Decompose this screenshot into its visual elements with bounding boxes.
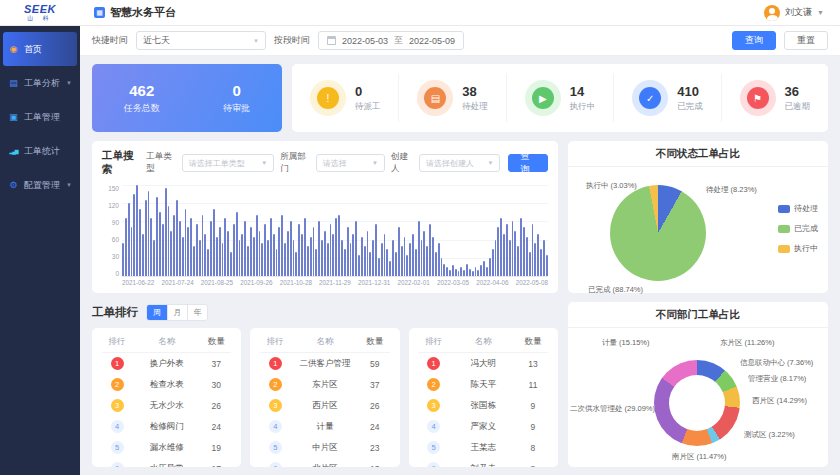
rank-medal-icon: 4 (427, 420, 440, 433)
bar (350, 243, 352, 276)
bar (153, 240, 155, 276)
bar (213, 209, 215, 276)
logo-text: SEEK (24, 3, 56, 15)
sidebar-item-order-statistics[interactable]: ▂▄▆工单统计 (0, 134, 80, 168)
bar (475, 267, 477, 276)
row-value: 26 (201, 401, 231, 411)
sidebar-item-order-management[interactable]: ▣工单管理 (0, 100, 80, 134)
order-type-placeholder: 请选择工单类型 (189, 158, 245, 169)
bar (145, 200, 147, 276)
bar (182, 237, 184, 276)
row-value: 24 (360, 422, 390, 432)
calendar-icon (327, 36, 336, 45)
bar (364, 246, 366, 276)
donut-label: 测试区 (3.22%) (744, 430, 795, 440)
rank-medal-icon: 5 (269, 441, 282, 454)
row-name: 二供客户管理 (290, 358, 359, 370)
bar (477, 270, 479, 276)
logo: SEEK 山 科 (0, 4, 80, 21)
row-value: 13 (518, 359, 548, 369)
ranking-tab-月[interactable]: 月 (167, 305, 187, 320)
rank-medal-icon: 6 (269, 462, 282, 467)
bar (156, 197, 158, 276)
row-name: 王某志 (449, 442, 518, 454)
total-tasks-card: 462 任务总数 0 待审批 (92, 64, 282, 132)
ranking-tab-周[interactable]: 周 (147, 305, 167, 320)
chevron-down-icon: ▼ (817, 9, 824, 16)
bar (315, 249, 317, 276)
ranking-table: 排行名称数量1冯大明132陈天平113张国栋94严家义95王某志86刘乃夫87钱… (409, 328, 558, 467)
bar (128, 203, 130, 276)
bar (304, 218, 306, 276)
sidebar-item-config-management[interactable]: ⚙配置管理▼ (0, 168, 80, 202)
rank-medal-icon: 5 (427, 441, 440, 454)
rank-medal-icon: 6 (111, 462, 124, 467)
date-start[interactable]: 2022-05-03 (342, 36, 388, 46)
bar (418, 221, 420, 276)
stat-label: 待处理 (462, 101, 488, 113)
order-type-select[interactable]: 请选择工单类型 ▼ (182, 154, 275, 172)
bar (369, 252, 371, 276)
user-menu[interactable]: 刘文谦 ▼ (764, 5, 840, 21)
rank-medal-icon: 3 (269, 399, 282, 412)
x-tick: 2021-10-28 (280, 279, 312, 289)
department-select[interactable]: 请选择 ▼ (316, 154, 385, 172)
bar (514, 231, 516, 277)
row-name: 检查水表 (132, 379, 201, 391)
search-button[interactable]: 查询 (732, 31, 776, 50)
stat-text: 410已完成 (677, 84, 703, 113)
reset-button[interactable]: 重置 (784, 31, 828, 50)
x-tick: 2022-03-05 (437, 279, 469, 289)
bar (441, 258, 443, 276)
legend-item[interactable]: 待处理 (778, 203, 818, 214)
pie-label: 执行中 (3.03%) (586, 181, 637, 191)
bar (512, 221, 514, 276)
date-range-picker[interactable]: 2022-05-03 至 2022-05-09 (318, 31, 464, 50)
x-axis: 2021-06-222021-07-242021-08-252021-09-26… (122, 277, 548, 289)
y-tick: 90 (112, 219, 119, 226)
pie-label: 已完成 (88.74%) (588, 285, 643, 295)
bar-series (122, 185, 548, 277)
pending-approval-value: 0 (223, 82, 250, 99)
legend-item[interactable]: 已完成 (778, 223, 818, 234)
creator-select[interactable]: 请选择创建人 ▼ (419, 154, 500, 172)
quick-time-select[interactable]: 近七天 ▼ (136, 31, 266, 50)
bar (500, 218, 502, 276)
bar (338, 215, 340, 276)
bar (483, 261, 485, 276)
bar (443, 264, 445, 276)
row-value: 26 (360, 401, 390, 411)
quick-time-value: 近七天 (143, 34, 170, 47)
x-tick: 2022-05-08 (516, 279, 548, 289)
donut-label: 信息联动中心 (7.36%) (740, 358, 813, 368)
bar (253, 237, 255, 276)
avatar[interactable] (764, 5, 780, 21)
order-type-label: 工单类型 (146, 151, 175, 175)
bar (321, 240, 323, 276)
row-value: 37 (360, 380, 390, 390)
ranking-table: 排行名称数量1二供客户管理592东片区373西片区264计量245中片区236北… (250, 328, 399, 467)
bar (122, 243, 124, 276)
bar (426, 246, 428, 276)
creator-label: 创建人 (391, 151, 413, 175)
bar (421, 240, 423, 276)
stat-item: ⚑36已逾期 (721, 74, 828, 122)
bar (546, 255, 548, 276)
bar (415, 249, 417, 276)
trend-chart-panel: 工单搜索 工单类型 请选择工单类型 ▼ 所属部门 请选择 ▼ 创建人 (92, 141, 558, 293)
chart-search-button[interactable]: 查询 (508, 154, 548, 172)
status-stats-card: !0待派工▤38待处理▶14执行中✓410已完成⚑36已逾期 (292, 64, 828, 132)
date-end[interactable]: 2022-05-09 (409, 36, 455, 46)
row-value: 24 (201, 422, 231, 432)
x-tick: 2021-11-29 (319, 279, 351, 289)
legend-item[interactable]: 执行中 (778, 243, 818, 254)
sidebar-item-home[interactable]: ◉首页 (3, 32, 77, 66)
row-name: 换户外表 (132, 358, 201, 370)
x-tick: 2022-02-01 (397, 279, 429, 289)
row-value: 8 (518, 464, 548, 468)
row-value: 23 (360, 443, 390, 453)
ranking-tab-年[interactable]: 年 (187, 305, 207, 320)
bar (361, 237, 363, 276)
bar (199, 240, 201, 276)
sidebar-item-order-analysis[interactable]: ▤工单分析▼ (0, 66, 80, 100)
